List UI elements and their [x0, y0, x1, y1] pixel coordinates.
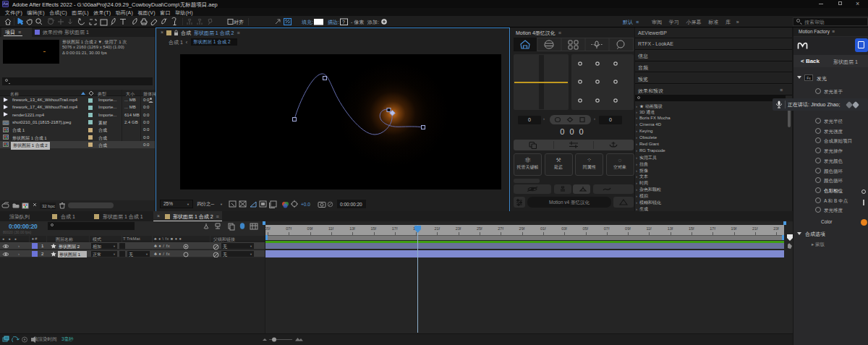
svg-text:?: ?: [342, 20, 345, 25]
svg-text:+0.0: +0.0: [301, 202, 310, 207]
svg-text:32 bpc: 32 bpc: [42, 204, 55, 208]
